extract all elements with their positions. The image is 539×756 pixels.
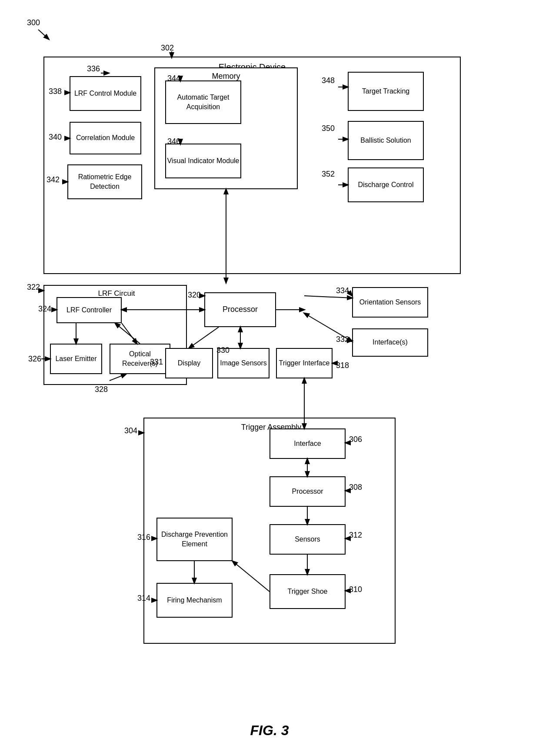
trigger-interface-label: Trigger Interface: [279, 358, 330, 368]
svg-line-20: [189, 327, 219, 348]
ref-336: 336: [87, 64, 100, 74]
sensors-ta-box: Sensors: [270, 524, 346, 555]
automatic-target-acquisition-box: Automatic Target Acquisition: [165, 80, 241, 124]
ref-342: 342: [47, 175, 60, 184]
display-label: Display: [178, 358, 200, 368]
orientation-sensors-label: Orientation Sensors: [359, 298, 421, 307]
display-box: Display: [165, 348, 213, 378]
orientation-sensors-box: Orientation Sensors: [352, 287, 428, 318]
image-sensors-label: Image Sensors: [220, 358, 267, 368]
discharge-prevention-element-box: Discharge Prevention Element: [156, 518, 233, 561]
ref-326: 326: [28, 355, 41, 364]
ref-308: 308: [349, 483, 362, 492]
ref-322: 322: [27, 283, 40, 292]
target-tracking-label: Target Tracking: [362, 87, 409, 96]
trigger-shoe-label: Trigger Shoe: [288, 587, 328, 596]
ref-332: 332: [336, 335, 349, 344]
laser-emitter-box: Laser Emitter: [50, 344, 102, 374]
visual-indicator-module-box: Visual Indicator Module: [165, 144, 241, 178]
ref-300: 300: [27, 18, 40, 27]
interfaces-label: Interface(s): [373, 338, 408, 347]
ref-334: 334: [336, 286, 349, 295]
discharge-prevention-element-label: Discharge Prevention Element: [157, 530, 232, 549]
ref-316: 316: [137, 533, 150, 542]
ratiometric-edge-detection-box: Ratiometric Edge Detection: [67, 164, 142, 199]
target-tracking-box: Target Tracking: [348, 72, 424, 111]
firing-mechanism-box: Firing Mechanism: [156, 583, 233, 618]
processor-main-box: Processor: [204, 292, 276, 327]
laser-emitter-label: Laser Emitter: [55, 354, 96, 364]
ref-328: 328: [95, 385, 108, 394]
lrf-controller-box: LRF Controller: [57, 297, 122, 323]
interfaces-box: Interface(s): [352, 328, 428, 357]
ref-348: 348: [322, 76, 335, 85]
correlation-module-label: Correlation Module: [76, 133, 135, 143]
ref-314: 314: [137, 594, 150, 603]
trigger-interface-box: Trigger Interface: [276, 348, 333, 378]
ref-302: 302: [161, 43, 174, 53]
ref-352: 352: [322, 170, 335, 179]
ref-304: 304: [124, 426, 137, 435]
processor-main-label: Processor: [223, 304, 258, 315]
discharge-control-label: Discharge Control: [358, 180, 413, 190]
interface-ta-box: Interface: [270, 428, 346, 459]
svg-line-24: [304, 296, 352, 298]
ref-324: 324: [38, 304, 51, 314]
ref-350: 350: [322, 124, 335, 133]
ratiometric-edge-detection-label: Ratiometric Edge Detection: [68, 172, 141, 192]
figure-label: FIG. 3: [0, 723, 539, 739]
lrf-controller-label: LRF Controller: [67, 305, 112, 315]
automatic-target-acquisition-label: Automatic Target Acquisition: [166, 93, 240, 112]
discharge-control-box: Discharge Control: [348, 167, 424, 202]
trigger-shoe-box: Trigger Shoe: [270, 574, 346, 609]
interface-ta-label: Interface: [294, 439, 321, 448]
ref-338: 338: [49, 87, 62, 96]
processor-ta-box: Processor: [270, 476, 346, 507]
ref-330: 330: [216, 346, 230, 355]
lrf-control-module-label: LRF Control Module: [74, 89, 136, 98]
processor-ta-label: Processor: [292, 487, 323, 496]
ref-331: 331: [150, 358, 163, 367]
ref-312: 312: [349, 531, 362, 540]
ref-310: 310: [349, 585, 362, 594]
visual-indicator-module-label: Visual Indicator Module: [167, 156, 239, 166]
firing-mechanism-label: Firing Mechanism: [167, 595, 222, 605]
ballistic-solution-box: Ballistic Solution: [348, 121, 424, 160]
ref-320: 320: [188, 291, 201, 300]
lrf-control-module-box: LRF Control Module: [70, 76, 141, 111]
ballistic-solution-label: Ballistic Solution: [360, 136, 411, 145]
correlation-module-box: Correlation Module: [70, 122, 141, 154]
sensors-ta-label: Sensors: [295, 535, 320, 544]
ref-306: 306: [349, 435, 362, 444]
svg-line-0: [38, 30, 49, 39]
ref-318: 318: [336, 361, 349, 370]
ref-340: 340: [49, 133, 62, 142]
